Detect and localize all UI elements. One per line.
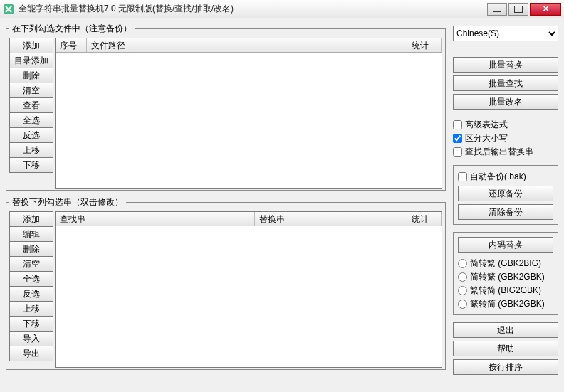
- language-select[interactable]: Chinese(S): [453, 26, 558, 41]
- auto-backup-label: 自动备份(.bak): [470, 171, 526, 183]
- files-col-path[interactable]: 文件路径: [87, 38, 407, 52]
- case-sensitive-label: 区分大小写: [465, 132, 508, 144]
- enc-gbk2big-radio[interactable]: 简转繁 (GBK2BIG): [458, 257, 553, 270]
- strings-edit-button[interactable]: 编辑: [9, 226, 53, 242]
- window-title: 全能字符串批量替换机7.0 无限制版(替换/查找/抽取/改名): [19, 3, 486, 15]
- close-button[interactable]: [530, 3, 561, 16]
- batch-replace-button[interactable]: 批量替换: [453, 57, 558, 73]
- side-panel: Chinese(S) 批量替换 批量查找 批量改名 高级表达式 区分大小写 查找…: [453, 23, 558, 375]
- files-invert-button[interactable]: 反选: [9, 127, 53, 143]
- enc4-label: 繁转简 (GBK2GBK): [470, 298, 545, 310]
- files-col-seq[interactable]: 序号: [56, 38, 87, 52]
- strings-panel: 替换下列勾选串（双击修改） 添加 编辑 删除 清空 全选 反选 上移 下移 导入…: [6, 196, 446, 370]
- encoding-replace-button[interactable]: 内码替换: [458, 237, 553, 253]
- strings-table[interactable]: 查找串 替换串 统计: [55, 211, 442, 368]
- strings-col-find[interactable]: 查找串: [56, 212, 255, 226]
- enc-gbk2gbk-st-radio[interactable]: 简转繁 (GBK2GBK): [458, 270, 553, 283]
- auto-backup-check[interactable]: 自动备份(.bak): [458, 170, 553, 183]
- output-after-find-label: 查找后输出替换串: [465, 146, 533, 158]
- strings-move-up-button[interactable]: 上移: [9, 301, 53, 317]
- files-button-column: 添加 目录添加 删除 清空 查看 全选 反选 上移 下移: [9, 38, 53, 189]
- strings-add-button[interactable]: 添加: [9, 211, 53, 227]
- adv-expr-check[interactable]: 高级表达式: [453, 118, 558, 131]
- files-add-dir-button[interactable]: 目录添加: [9, 53, 53, 68]
- files-move-up-button[interactable]: 上移: [9, 142, 53, 158]
- sort-by-line-button[interactable]: 按行排序: [453, 359, 558, 375]
- strings-move-down-button[interactable]: 下移: [9, 316, 53, 332]
- strings-export-button[interactable]: 导出: [9, 346, 53, 361]
- maximize-button[interactable]: [508, 3, 528, 16]
- strings-delete-button[interactable]: 删除: [9, 241, 53, 257]
- clear-backup-button[interactable]: 清除备份: [458, 204, 553, 220]
- case-sensitive-check[interactable]: 区分大小写: [453, 132, 558, 144]
- strings-select-all-button[interactable]: 全选: [9, 271, 53, 287]
- adv-expr-label: 高级表达式: [465, 119, 508, 131]
- title-bar: 全能字符串批量替换机7.0 无限制版(替换/查找/抽取/改名): [0, 0, 564, 18]
- strings-button-column: 添加 编辑 删除 清空 全选 反选 上移 下移 导入 导出: [9, 211, 53, 368]
- enc-gbk2gbk-ts-radio[interactable]: 繁转简 (GBK2GBK): [458, 297, 553, 310]
- batch-rename-button[interactable]: 批量改名: [453, 94, 558, 110]
- files-select-all-button[interactable]: 全选: [9, 112, 53, 128]
- strings-clear-button[interactable]: 清空: [9, 256, 53, 272]
- strings-col-replace[interactable]: 替换串: [255, 212, 407, 226]
- strings-invert-button[interactable]: 反选: [9, 286, 53, 302]
- strings-legend: 替换下列勾选串（双击修改）: [9, 196, 126, 208]
- enc3-label: 繁转简 (BIG2GBK): [470, 285, 541, 297]
- files-delete-button[interactable]: 删除: [9, 68, 53, 83]
- files-move-down-button[interactable]: 下移: [9, 157, 53, 173]
- enc2-label: 简转繁 (GBK2GBK): [470, 271, 545, 283]
- exit-button[interactable]: 退出: [453, 322, 558, 338]
- minimize-button[interactable]: [487, 3, 507, 16]
- batch-find-button[interactable]: 批量查找: [453, 75, 558, 91]
- files-clear-button[interactable]: 清空: [9, 83, 53, 98]
- help-button[interactable]: 帮助: [453, 341, 558, 356]
- files-legend: 在下列勾选文件中（注意备份）: [9, 23, 135, 35]
- files-panel: 在下列勾选文件中（注意备份） 添加 目录添加 删除 清空 查看 全选 反选 上移…: [6, 23, 446, 191]
- files-col-stat[interactable]: 统计: [407, 38, 442, 52]
- enc-big2gbk-radio[interactable]: 繁转简 (BIG2GBK): [458, 284, 553, 297]
- files-table-body[interactable]: [56, 53, 442, 188]
- window-controls: [486, 3, 561, 16]
- files-add-button[interactable]: 添加: [9, 38, 53, 53]
- files-view-button[interactable]: 查看: [9, 97, 53, 113]
- output-after-find-check[interactable]: 查找后输出替换串: [453, 145, 558, 158]
- enc1-label: 简转繁 (GBK2BIG): [470, 258, 541, 270]
- strings-table-header: 查找串 替换串 统计: [56, 212, 442, 226]
- files-table[interactable]: 序号 文件路径 统计: [55, 38, 442, 189]
- strings-table-body[interactable]: [56, 226, 442, 367]
- files-table-header: 序号 文件路径 统计: [56, 38, 442, 53]
- strings-col-stat[interactable]: 统计: [407, 212, 442, 226]
- strings-import-button[interactable]: 导入: [9, 331, 53, 346]
- app-icon: [3, 4, 14, 15]
- restore-backup-button[interactable]: 还原备份: [458, 186, 553, 201]
